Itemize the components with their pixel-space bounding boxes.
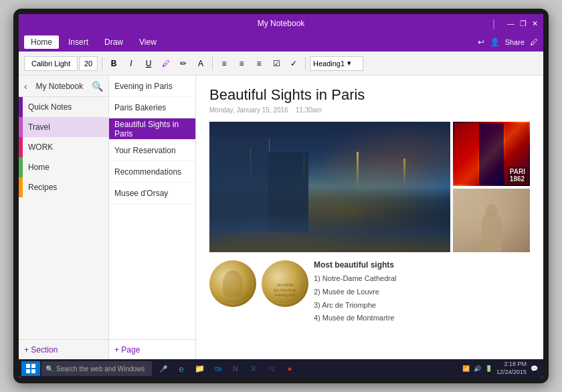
- sights-item-1: 1) Notre-Dame Cathedral: [314, 272, 530, 286]
- coin-text-right: AU NOMDU PEUPLEFRANÇAIS: [262, 283, 308, 298]
- sections-list: Quick Notes Travel WORK Home: [19, 97, 108, 339]
- ordered-list-button[interactable]: ≡: [234, 56, 249, 71]
- wet-street: [209, 212, 450, 252]
- device-frame: My Notebook | — ❐ ✕ Home Insert Draw Vie…: [13, 9, 549, 383]
- unordered-list-button[interactable]: ≡: [217, 56, 231, 71]
- checkbox-button[interactable]: ☑: [269, 56, 284, 71]
- page-label-evening-paris: Evening in Paris: [114, 82, 173, 91]
- section-color-home: [19, 157, 23, 177]
- taskbar: 🔍 Search the web and Windows 🎤 e 📁 🛍 N X…: [19, 359, 543, 378]
- taskbar-notification-icon[interactable]: 💬: [531, 365, 538, 372]
- taskbar-network-icon[interactable]: 📶: [462, 365, 470, 372]
- checkmark-button[interactable]: ✓: [286, 56, 301, 71]
- style-dropdown[interactable]: Heading1 ▾: [310, 56, 363, 71]
- menu-bar: Home Insert Draw View ↩ 👤 Share 🖊: [19, 33, 543, 52]
- section-color-travel: [19, 117, 23, 137]
- back-button[interactable]: ‹: [24, 81, 27, 92]
- add-section-button[interactable]: + Section: [19, 339, 108, 359]
- section-quick-notes[interactable]: Quick Notes: [19, 97, 108, 117]
- page-label-reservation: Your Reservation: [114, 146, 176, 155]
- sights-item-3: 3) Arc de Triomphe: [314, 299, 530, 312]
- page-orsay[interactable]: Musee d'Orsay: [109, 183, 195, 204]
- section-label-travel: Travel: [28, 122, 50, 132]
- section-recipes[interactable]: Recipes: [19, 177, 108, 197]
- search-icon[interactable]: 🔍: [92, 81, 103, 92]
- stained-glass-image: PARI1862: [453, 122, 530, 186]
- font-color-button[interactable]: A: [193, 56, 208, 71]
- section-label-home: Home: [28, 163, 50, 172]
- menu-tab-insert[interactable]: Insert: [62, 35, 95, 49]
- sections-sidebar: ‹ My Notebook 🔍 Quick Notes Travel: [19, 76, 109, 359]
- taskbar-excel-icon[interactable]: X: [245, 360, 262, 377]
- taskbar-battery-icon[interactable]: 🔋: [485, 365, 492, 372]
- taskbar-mic-icon[interactable]: 🎤: [155, 360, 172, 377]
- taskbar-app2-icon[interactable]: N: [263, 360, 280, 377]
- undo-button[interactable]: ↩: [478, 37, 484, 47]
- svg-rect-2: [26, 369, 30, 373]
- statue-image: [453, 189, 530, 253]
- taskbar-search-box[interactable]: 🔍 Search the web and Windows: [41, 361, 152, 376]
- note-date: Monday, January 15, 2016: [209, 106, 288, 114]
- start-button[interactable]: [21, 361, 40, 376]
- content-inner: Beautiful Sights in Paris Monday, Januar…: [196, 76, 543, 359]
- maximize-button[interactable]: ❐: [520, 19, 527, 28]
- highlight-button[interactable]: 🖊: [159, 56, 173, 71]
- glass-cell-1: [454, 123, 478, 185]
- street-light-3: [357, 152, 359, 189]
- eraser-button[interactable]: ✏: [176, 56, 191, 71]
- search-icon: 🔍: [45, 365, 54, 373]
- sights-title: Most beautiful sights: [314, 260, 530, 270]
- add-page-button[interactable]: + Page: [109, 339, 195, 359]
- taskbar-store-icon[interactable]: 🛍: [209, 360, 226, 377]
- section-label-quick-notes: Quick Notes: [28, 102, 72, 112]
- side-images: PARI1862: [453, 122, 530, 252]
- window-controls: — ❐ ✕: [507, 19, 538, 28]
- svg-rect-0: [26, 364, 30, 368]
- menu-tab-home[interactable]: Home: [24, 35, 59, 49]
- font-size-input[interactable]: [79, 56, 98, 71]
- page-label-paris-bakeries: Paris Bakeries: [114, 103, 166, 112]
- section-work[interactable]: WORK: [19, 137, 108, 157]
- close-button[interactable]: ✕: [532, 19, 538, 28]
- pages-sidebar: Evening in Paris Paris Bakeries Beautifu…: [109, 76, 196, 359]
- italic-button[interactable]: I: [124, 56, 138, 71]
- page-beautiful-sights[interactable]: Beautiful Sights in Paris: [109, 118, 195, 140]
- title-bar: My Notebook | — ❐ ✕: [19, 14, 543, 33]
- page-recommendations[interactable]: Recommendations: [109, 161, 195, 183]
- page-reservation[interactable]: Your Reservation: [109, 140, 195, 161]
- taskbar-volume-icon[interactable]: 🔊: [474, 365, 481, 372]
- style-dropdown-arrow: ▾: [347, 59, 351, 68]
- svg-rect-1: [31, 364, 35, 368]
- bold-button[interactable]: B: [106, 56, 121, 71]
- user-button[interactable]: 👤: [490, 37, 500, 47]
- underline-button[interactable]: U: [141, 56, 156, 71]
- taskbar-edge-icon[interactable]: e: [173, 360, 190, 377]
- title-divider: |: [492, 18, 495, 29]
- font-name-input[interactable]: [24, 56, 78, 71]
- indent-button[interactable]: ≡: [252, 56, 266, 71]
- content-area[interactable]: Beautiful Sights in Paris Monday, Januar…: [196, 76, 543, 359]
- page-paris-bakeries[interactable]: Paris Bakeries: [109, 97, 195, 118]
- page-evening-paris[interactable]: Evening in Paris: [109, 76, 195, 97]
- toolbar-sep-3: [305, 57, 306, 70]
- section-travel[interactable]: Travel: [19, 117, 108, 137]
- share-button[interactable]: Share: [505, 38, 525, 46]
- page-label-beautiful-sights: Beautiful Sights in Paris: [114, 120, 190, 138]
- minimize-button[interactable]: —: [507, 19, 514, 27]
- sights-item-2: 2) Musée de Louvre: [314, 286, 530, 299]
- coin-left: [209, 260, 256, 307]
- sights-item-4: 4) Musée de Montmartre: [314, 312, 530, 325]
- taskbar-onenote-icon[interactable]: N: [227, 360, 244, 377]
- glass-cell-2: [479, 123, 503, 185]
- taskbar-app3-icon[interactable]: ●: [281, 360, 298, 377]
- statue-body: [482, 212, 502, 252]
- page-label-orsay: Musee d'Orsay: [114, 189, 168, 198]
- toolbar: B I U 🖊 ✏ A ≡ ≡ ≡ ☑ ✓ Heading1 ▾: [19, 52, 543, 76]
- menu-tab-draw[interactable]: Draw: [98, 35, 130, 49]
- menu-tab-view[interactable]: View: [132, 35, 163, 49]
- section-home[interactable]: Home: [19, 157, 108, 177]
- pen-button[interactable]: 🖊: [530, 37, 538, 47]
- paris-night-image: [209, 122, 450, 252]
- taskbar-folder-icon[interactable]: 📁: [191, 360, 208, 377]
- note-title: Beautiful Sights in Paris: [209, 86, 530, 104]
